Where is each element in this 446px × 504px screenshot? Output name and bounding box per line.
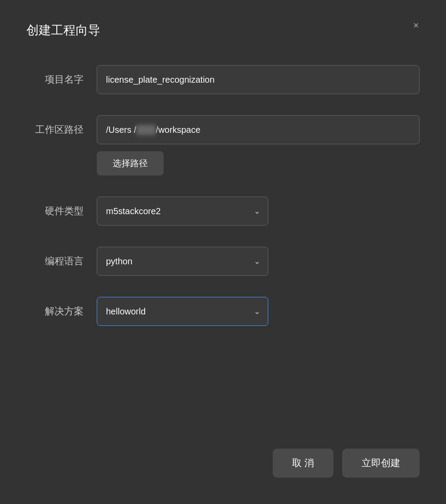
programming-language-select[interactable]: python c++ javascript [97,247,268,276]
hardware-type-row: 硬件类型 m5stackcore2 esp32 arduino ⌄ [26,197,420,226]
path-blurred [136,125,156,135]
programming-language-row: 编程语言 python c++ javascript ⌄ [26,247,420,276]
solution-wrapper: helloworld template1 template2 ⌄ [97,297,268,326]
cancel-button[interactable]: 取 消 [273,449,333,478]
project-name-label: 项目名字 [26,73,97,86]
create-project-dialog: 创建工程向导 × 项目名字 工作区路径 /Users / /workspace … [0,0,446,504]
project-name-row: 项目名字 [26,65,420,94]
workspace-path-row: 工作区路径 /Users / /workspace 选择路径 [26,115,420,175]
solution-label: 解决方案 [26,305,97,318]
workspace-path-top: 工作区路径 /Users / /workspace [26,115,420,144]
footer-buttons: 取 消 立即创建 [273,449,420,478]
choose-path-button-wrapper: 选择路径 [97,151,164,175]
solution-row: 解决方案 helloworld template1 template2 ⌄ [26,297,420,326]
hardware-type-wrapper: m5stackcore2 esp32 arduino ⌄ [97,197,268,226]
create-button[interactable]: 立即创建 [342,449,420,478]
workspace-path-display: /Users / /workspace [97,115,420,144]
workspace-path-label: 工作区路径 [26,123,97,136]
programming-language-wrapper: python c++ javascript ⌄ [97,247,268,276]
hardware-type-select[interactable]: m5stackcore2 esp32 arduino [97,197,268,226]
dialog-title: 创建工程向导 [26,22,420,39]
project-name-input[interactable] [97,65,420,94]
path-prefix: /Users / [106,125,136,135]
solution-select[interactable]: helloworld template1 template2 [97,297,268,326]
hardware-type-label: 硬件类型 [26,205,97,218]
path-suffix: /workspace [156,125,200,135]
programming-language-label: 编程语言 [26,255,97,268]
choose-path-button[interactable]: 选择路径 [97,151,164,175]
close-button[interactable]: × [408,18,424,33]
